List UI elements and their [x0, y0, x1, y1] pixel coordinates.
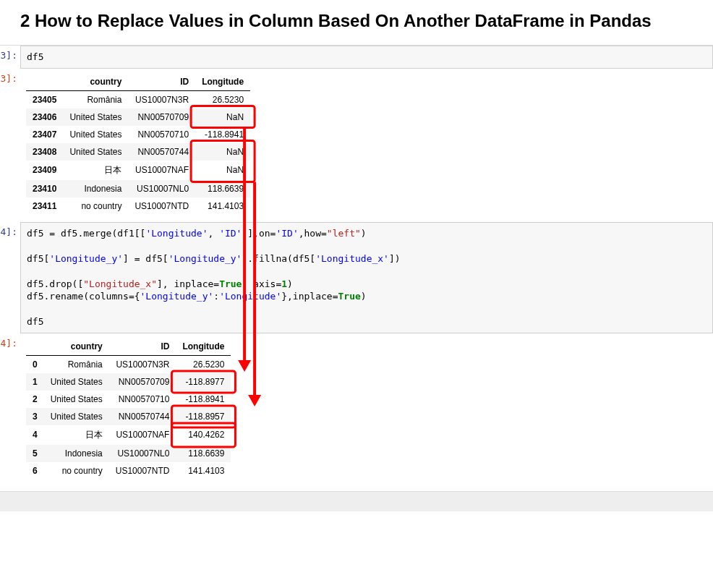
table-row: 3United StatesNN00570744-118.8957: [26, 408, 231, 425]
cell: US10007NTD: [128, 197, 195, 215]
code-input-2[interactable]: df5 = df5.merge(df1[['Longitude', 'ID']]…: [20, 222, 713, 333]
row-index: 0: [26, 355, 44, 373]
col-header: Longitude: [176, 338, 231, 356]
cell: NaN: [195, 161, 250, 180]
cell: NN00570710: [128, 126, 195, 143]
cell: România: [63, 90, 128, 108]
table-row: 23411no countryUS10007NTD141.4103: [26, 197, 250, 215]
col-header: Longitude: [195, 73, 250, 91]
table-row: 23407United StatesNN00570710-118.8941: [26, 126, 250, 143]
cell: United States: [44, 373, 109, 391]
cell: no country: [44, 462, 109, 480]
cell: US10007NTD: [109, 462, 176, 480]
row-index: 1: [26, 373, 44, 391]
code-cell-2: 4]: df5 = df5.merge(df1[['Longitude', 'I…: [0, 222, 713, 333]
input-prompt-2: 4]:: [0, 222, 20, 237]
row-index: 6: [26, 462, 44, 480]
table-row: 2United StatesNN00570710-118.8941: [26, 391, 231, 408]
code-input-1[interactable]: df5: [20, 46, 713, 69]
cell: 141.4103: [176, 462, 231, 480]
row-index: 23408: [26, 143, 63, 161]
cell: -118.8957: [176, 408, 231, 425]
col-header: country: [63, 73, 128, 91]
cell: NN00570709: [128, 108, 195, 126]
cell: Indonesia: [44, 445, 109, 462]
dataframe-output-2: country ID Longitude 0RomâniaUS10007N3R2…: [26, 338, 231, 480]
cell: United States: [44, 391, 109, 408]
row-index: 23410: [26, 180, 63, 197]
cell: 118.6639: [176, 445, 231, 462]
cell: 26.5230: [195, 90, 250, 108]
cell: no country: [63, 197, 128, 215]
cell: -118.8977: [176, 373, 231, 391]
cell: 26.5230: [176, 355, 231, 373]
index-corner: [26, 338, 44, 356]
cell: NN00570744: [128, 143, 195, 161]
cell: 140.4262: [176, 425, 231, 445]
cell: 日本: [44, 425, 109, 445]
cell: United States: [63, 126, 128, 143]
cell: 日本: [63, 161, 128, 180]
code-cell-1: 3]: df5: [0, 46, 713, 69]
table-row: 1United StatesNN00570709-118.8977: [26, 373, 231, 391]
col-header: country: [44, 338, 109, 356]
table-row: 23409日本US10007NAFNaN: [26, 161, 250, 180]
cell: -118.8941: [176, 391, 231, 408]
input-prompt-1: 3]:: [0, 46, 20, 61]
output-prompt-1: 3]:: [0, 69, 20, 84]
cell: US10007NL0: [109, 445, 176, 462]
row-index: 4: [26, 425, 44, 445]
row-index: 23406: [26, 108, 63, 126]
cell: United States: [44, 408, 109, 425]
table-row: 6no countryUS10007NTD141.4103: [26, 462, 231, 480]
table-row: 23408United StatesNN00570744NaN: [26, 143, 250, 161]
row-index: 23409: [26, 161, 63, 180]
table-row: 23406United StatesNN00570709NaN: [26, 108, 250, 126]
cell: -118.8941: [195, 126, 250, 143]
table-row: 23405RomâniaUS10007N3R26.5230: [26, 90, 250, 108]
table-row: 4日本US10007NAF140.4262: [26, 425, 231, 445]
footer-bar: [0, 491, 713, 511]
cell: United States: [63, 108, 128, 126]
cell: 118.6639: [195, 180, 250, 197]
cell: US10007N3R: [109, 355, 176, 373]
table-row: 5IndonesiaUS10007NL0118.6639: [26, 445, 231, 462]
cell: NaN: [195, 143, 250, 161]
cell: US10007NAF: [128, 161, 195, 180]
row-index: 23405: [26, 90, 63, 108]
cell: 141.4103: [195, 197, 250, 215]
col-header: ID: [109, 338, 176, 356]
table-row: 23410IndonesiaUS10007NL0118.6639: [26, 180, 250, 197]
cell: NaN: [195, 108, 250, 126]
row-index: 2: [26, 391, 44, 408]
output-cell-1: 3]: country ID Longitude 23405RomâniaUS1…: [0, 69, 713, 218]
output-cell-2: 4]: country ID Longitude 0RomâniaUS10007…: [0, 333, 713, 482]
cell: NN00570744: [109, 408, 176, 425]
cell: US10007N3R: [128, 90, 195, 108]
section-heading: 2 How to Replace Values in Column Based …: [0, 0, 713, 46]
cell: US10007NAF: [109, 425, 176, 445]
row-index: 23407: [26, 126, 63, 143]
row-index: 3: [26, 408, 44, 425]
cell: România: [44, 355, 109, 373]
col-header: ID: [128, 73, 195, 91]
row-index: 23411: [26, 197, 63, 215]
cell: United States: [63, 143, 128, 161]
table-row: 0RomâniaUS10007N3R26.5230: [26, 355, 231, 373]
dataframe-output-1: country ID Longitude 23405RomâniaUS10007…: [26, 73, 250, 215]
index-corner: [26, 73, 63, 91]
cell: NN00570710: [109, 391, 176, 408]
cell: Indonesia: [63, 180, 128, 197]
output-prompt-2: 4]:: [0, 333, 20, 349]
cell: NN00570709: [109, 373, 176, 391]
row-index: 5: [26, 445, 44, 462]
cell: US10007NL0: [128, 180, 195, 197]
